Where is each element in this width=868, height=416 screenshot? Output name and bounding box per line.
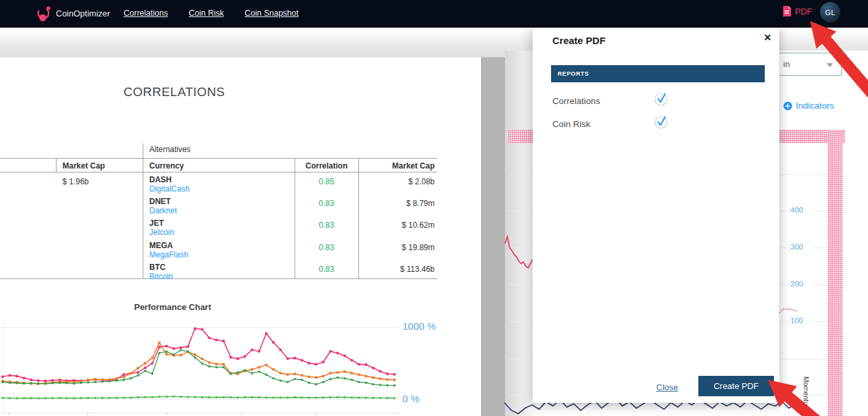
table-row: $ 1.96b DASH DigitalCash 0.85 $ 2.08b bbox=[0, 174, 437, 196]
correlation-value: 0.83 bbox=[295, 243, 358, 252]
currency-symbol: DNET bbox=[149, 197, 171, 206]
report-page-title: CORRELATIONS bbox=[0, 85, 349, 99]
y-axis-label-bottom: 0 % bbox=[402, 393, 420, 404]
top-navbar: CoinOptimizer Correlations Coin Risk Coi… bbox=[0, 0, 868, 28]
base-market-cap: $ 1.96b bbox=[62, 177, 89, 186]
page-gap bbox=[482, 57, 505, 416]
market-cap-value: $ 113.46b bbox=[358, 265, 435, 274]
price-line-fragment bbox=[504, 232, 534, 274]
nav-link-correlations[interactable]: Correlations bbox=[124, 9, 168, 18]
nav-link-coin-snapshot[interactable]: Coin Snapshot bbox=[245, 9, 299, 18]
correlation-value: 0.83 bbox=[295, 199, 358, 208]
currency-name-link[interactable]: MegaFlash bbox=[149, 250, 188, 259]
correlation-value: 0.83 bbox=[295, 265, 358, 274]
currency-symbol: DASH bbox=[149, 175, 172, 184]
currency-name-link[interactable]: Jetcoin bbox=[149, 228, 174, 237]
correlation-value: 0.85 bbox=[295, 177, 358, 186]
performance-chart-title: Performance Chart bbox=[0, 302, 345, 312]
coin-dropdown-value: in bbox=[783, 59, 790, 69]
axis-label-400: 400 bbox=[790, 206, 813, 214]
axis-label-300: 300 bbox=[790, 243, 813, 251]
momentum-axis-title: Momentum bbox=[802, 377, 810, 411]
dense-pink-chart-band-vertical bbox=[828, 130, 842, 416]
report-preview-page: CORRELATIONS Alternatives Market Cap Cur… bbox=[0, 57, 482, 416]
y-axis-label-top: 1000 % bbox=[402, 321, 436, 332]
x-axis-tick bbox=[166, 413, 167, 415]
market-cap-value: $ 19.89m bbox=[358, 243, 435, 252]
x-axis-tick bbox=[395, 413, 395, 415]
x-axis-tick bbox=[241, 413, 242, 415]
currency-name-link[interactable]: DigitalCash bbox=[149, 184, 189, 194]
chevron-down-icon bbox=[827, 63, 833, 67]
table-border bbox=[0, 172, 437, 172]
close-icon[interactable]: × bbox=[764, 31, 771, 45]
currency-name-link[interactable]: Darknet bbox=[149, 206, 177, 215]
column-header-market-cap-right: Market Cap bbox=[358, 161, 435, 170]
modal-title: Create PDF bbox=[552, 35, 606, 46]
table-border bbox=[0, 158, 437, 159]
plus-circle-icon bbox=[783, 101, 792, 111]
brand-name: CoinOptimizer bbox=[56, 9, 110, 18]
coinoptimizer-logo-icon bbox=[34, 5, 53, 23]
nav-link-coin-risk[interactable]: Coin Risk bbox=[189, 9, 224, 18]
correlation-value: 0.83 bbox=[295, 221, 358, 230]
x-axis-tick bbox=[87, 413, 88, 415]
table-row: DNET Darknet 0.83 $ 8.79m bbox=[0, 196, 437, 218]
pdf-button-label: PDF bbox=[795, 7, 812, 16]
currency-symbol: MEGA bbox=[149, 241, 173, 250]
currency-name-link[interactable]: Bitcoin bbox=[149, 272, 173, 281]
dotted-line-fragment bbox=[778, 305, 799, 317]
table-group-header: Alternatives bbox=[149, 145, 191, 154]
axis-label-100: 100 bbox=[790, 317, 813, 325]
checkbox-checked-icon[interactable] bbox=[654, 114, 668, 130]
checkbox-checked-icon[interactable] bbox=[654, 91, 668, 107]
column-header-correlation: Correlation bbox=[295, 161, 358, 170]
reports-section-header: REPORTS bbox=[551, 65, 765, 82]
pdf-button[interactable]: PDF bbox=[783, 6, 812, 16]
chart-x-axis bbox=[3, 413, 400, 413]
modal-close-link[interactable]: Close bbox=[656, 382, 678, 392]
create-pdf-button[interactable]: Create PDF bbox=[698, 376, 774, 396]
currency-symbol: BTC bbox=[149, 263, 166, 272]
currency-symbol: JET bbox=[149, 219, 164, 228]
market-cap-value: $ 2.08b bbox=[358, 177, 435, 186]
x-axis-tick bbox=[316, 413, 317, 415]
performance-chart bbox=[1, 323, 396, 404]
option-label-correlations: Correlations bbox=[552, 96, 600, 106]
column-header-market-cap-left: Market Cap bbox=[62, 161, 105, 170]
option-label-coin-risk: Coin Risk bbox=[552, 119, 591, 129]
table-row: JET Jetcoin 0.83 $ 10.62m bbox=[0, 218, 437, 240]
pdf-document-icon bbox=[783, 6, 791, 16]
market-cap-value: $ 8.79m bbox=[358, 199, 435, 208]
column-header-currency: Currency bbox=[149, 161, 184, 170]
x-axis-tick bbox=[9, 413, 9, 415]
axis-label-200: 200 bbox=[790, 280, 813, 288]
table-border bbox=[56, 158, 57, 172]
market-cap-value: $ 10.62m bbox=[358, 221, 435, 230]
create-pdf-modal: Create PDF × REPORTS Correlations Coin R… bbox=[533, 28, 779, 403]
user-avatar[interactable]: GL bbox=[820, 2, 840, 22]
table-row: MEGA MegaFlash 0.83 $ 19.89m bbox=[0, 240, 437, 262]
table-row: BTC Bitcoin 0.83 $ 113.46b bbox=[0, 262, 437, 284]
correlations-table: Alternatives Market Cap Currency Correla… bbox=[0, 143, 437, 279]
add-indicators-link[interactable]: Indicators bbox=[783, 101, 834, 111]
add-indicators-label: Indicators bbox=[796, 101, 834, 111]
